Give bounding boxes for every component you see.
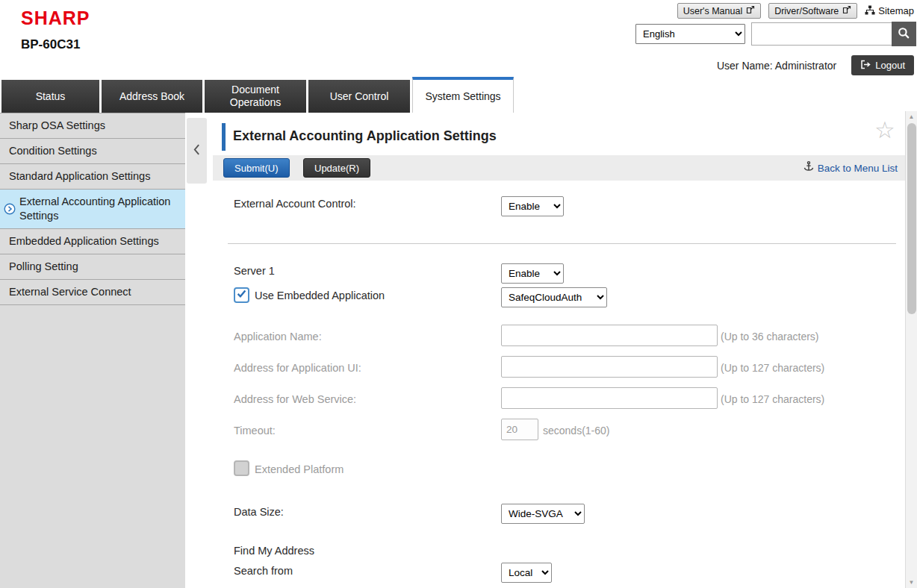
user-row: User Name: Administrator Logout: [717, 55, 914, 75]
external-link-icon: [746, 5, 755, 16]
users-manual-button[interactable]: User's Manual: [677, 3, 762, 19]
search-icon: [898, 27, 910, 42]
timeout-label: Timeout:: [234, 425, 276, 437]
use-embedded-application-checkbox[interactable]: [234, 287, 249, 303]
address-web-service-label: Address for Web Service:: [234, 393, 356, 405]
back-to-menu-label: Back to Menu List: [818, 163, 898, 174]
server1-select[interactable]: Enable: [501, 263, 564, 284]
data-size-label: Data Size:: [234, 506, 284, 518]
sitemap-label: Sitemap: [878, 5, 914, 16]
search-from-select[interactable]: Local: [501, 563, 552, 583]
toolbar: Submit(U) Update(R) Back to Menu List: [213, 155, 905, 181]
sidebar-item-polling-setting[interactable]: Polling Setting: [0, 254, 185, 280]
address-application-ui-input[interactable]: [501, 356, 718, 378]
scrollbar-up-arrow[interactable]: ▲: [906, 113, 917, 120]
sitemap-icon: [865, 5, 875, 17]
sidebar-item-external-accounting-application-settings[interactable]: External Accounting Application Settings: [0, 190, 185, 229]
favorite-star-icon[interactable]: ☆: [874, 119, 895, 142]
timeout-note: seconds(1-60): [543, 425, 610, 437]
logout-button[interactable]: Logout: [851, 55, 914, 75]
application-name-label: Application Name:: [234, 331, 322, 343]
page: SHARP BP-60C31 User's Manual Driver/Soft…: [0, 0, 917, 588]
language-search-row: English: [635, 22, 916, 46]
search-button[interactable]: [892, 22, 916, 46]
scrollbar-thumb[interactable]: [907, 123, 916, 314]
search-from-label: Search from: [234, 565, 293, 577]
sitemap-link[interactable]: Sitemap: [865, 5, 914, 17]
checkmark-icon: [236, 288, 247, 302]
address-web-service-input[interactable]: [501, 387, 718, 409]
address-web-service-note: (Up to 127 characters): [721, 393, 824, 405]
external-account-control-select[interactable]: Enable: [501, 196, 564, 216]
tab-document-operations[interactable]: Document Operations: [205, 80, 306, 113]
extended-platform-label: Extended Platform: [255, 463, 344, 475]
driver-software-button[interactable]: Driver/Software: [768, 3, 857, 19]
external-account-control-label: External Account Control:: [234, 198, 356, 210]
submit-button[interactable]: Submit(U): [223, 158, 290, 178]
header-links: User's Manual Driver/Software Sitemap: [677, 3, 914, 19]
tab-address-book[interactable]: Address Book: [102, 80, 202, 113]
search-box: [751, 22, 916, 46]
update-button[interactable]: Update(R): [303, 158, 370, 178]
server1-label: Server 1: [234, 265, 275, 277]
sidebar-item-label: External Accounting Application Settings: [19, 196, 170, 222]
address-application-ui-note: (Up to 127 characters): [721, 362, 824, 374]
tab-status[interactable]: Status: [1, 80, 99, 113]
vertical-scrollbar[interactable]: ▲ ▼: [905, 111, 917, 588]
application-name-input[interactable]: [501, 325, 718, 346]
data-size-select[interactable]: Wide-SVGA: [501, 504, 585, 524]
sidebar: Sharp OSA Settings Condition Settings St…: [0, 113, 185, 588]
page-title: External Accounting Application Settings: [233, 128, 497, 144]
sidebar-collapse-handle[interactable]: [187, 118, 207, 184]
application-name-note: (Up to 36 characters): [721, 331, 819, 343]
back-to-menu-link[interactable]: Back to Menu List: [803, 160, 898, 175]
active-item-chevron-icon: [4, 203, 16, 215]
scrollbar-down-arrow[interactable]: ▼: [906, 579, 917, 586]
tab-user-control[interactable]: User Control: [308, 80, 410, 113]
driver-software-label: Driver/Software: [774, 6, 839, 16]
extended-platform-checkbox[interactable]: [234, 460, 249, 476]
language-select[interactable]: English: [635, 24, 745, 44]
tab-system-settings[interactable]: System Settings: [412, 77, 514, 113]
external-link-icon: [842, 5, 851, 16]
address-application-ui-label: Address for Application UI:: [234, 362, 361, 374]
main-content: External Accounting Application Settings…: [213, 113, 905, 588]
logout-icon: [860, 60, 871, 72]
user-name-text: User Name: Administrator: [717, 60, 836, 72]
sidebar-item-sharp-osa-settings[interactable]: Sharp OSA Settings: [0, 113, 185, 139]
search-input[interactable]: [751, 22, 892, 46]
anchor-icon: [803, 160, 815, 175]
timeout-input[interactable]: [501, 419, 538, 440]
find-my-address-label: Find My Address: [234, 545, 314, 557]
sidebar-item-standard-application-settings[interactable]: Standard Application Settings: [0, 164, 185, 190]
sidebar-item-embedded-application-settings[interactable]: Embedded Application Settings: [0, 229, 185, 254]
sidebar-item-condition-settings[interactable]: Condition Settings: [0, 139, 185, 164]
model-name: BP-60C31: [21, 37, 80, 52]
logout-label: Logout: [875, 60, 905, 71]
section-divider: [228, 243, 896, 244]
embedded-application-select[interactable]: SafeqCloudAuth: [501, 287, 607, 307]
users-manual-label: User's Manual: [683, 6, 743, 16]
title-accent-bar: [222, 123, 226, 151]
use-embedded-application-label: Use Embedded Application: [255, 290, 385, 301]
sharp-logo: SHARP: [21, 7, 90, 29]
sidebar-item-external-service-connect[interactable]: External Service Connect: [0, 280, 185, 305]
chevron-left-icon: [193, 144, 200, 158]
